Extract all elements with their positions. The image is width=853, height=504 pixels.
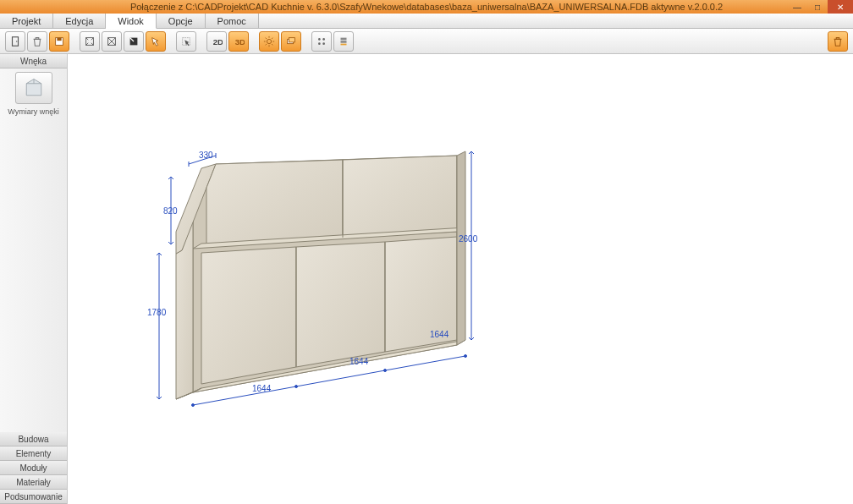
svg-line-19 — [266, 44, 267, 45]
tool-grid-icon[interactable] — [311, 31, 332, 52]
tool-door-icon[interactable] — [5, 31, 25, 52]
tool-group-4: 2D 3D — [206, 31, 249, 52]
svg-line-20 — [272, 37, 272, 38]
sidebar-header-podsumowanie[interactable]: Podsumowanie — [0, 490, 67, 504]
tool-layers-icon[interactable] — [281, 31, 301, 52]
tool-group-1 — [5, 31, 69, 52]
sidebar-header-materialy[interactable]: Materiały — [0, 475, 67, 490]
dim-bottom-mid: 1644 — [349, 357, 368, 366]
svg-point-1 — [16, 41, 17, 41]
window-controls: — □ ✕ — [787, 0, 853, 14]
tool-3d-icon[interactable]: 3D — [228, 31, 249, 52]
sidebar-header-elementy[interactable]: Elementy — [0, 446, 67, 461]
menubar: Projekt Edycja Widok Opcje Pomoc — [0, 14, 853, 29]
tool-group-2 — [80, 31, 166, 52]
svg-rect-0 — [13, 36, 19, 46]
svg-text:3D: 3D — [235, 36, 245, 46]
svg-marker-38 — [201, 247, 296, 384]
sidebar-bottom-panels: Budowa Elementy Moduły Materiały Podsumo… — [0, 432, 67, 504]
dim-bottom-left: 1644 — [252, 384, 271, 393]
svg-rect-22 — [289, 37, 294, 41]
svg-text:2D: 2D — [213, 36, 223, 46]
menu-projekt[interactable]: Projekt — [0, 14, 53, 28]
toolbar: 2D 3D — [0, 29, 853, 54]
canvas-3d-view[interactable]: 330 820 1780 2600 1644 1644 1644 — [68, 54, 853, 504]
tool-center-icon[interactable] — [102, 31, 122, 52]
svg-point-23 — [318, 38, 321, 41]
svg-point-26 — [322, 42, 325, 45]
tool-tile-wymiary[interactable] — [15, 72, 52, 104]
svg-rect-27 — [341, 37, 347, 40]
svg-rect-29 — [341, 43, 347, 45]
tool-delete-icon[interactable] — [828, 31, 848, 52]
tool-corner-icon[interactable] — [124, 31, 144, 52]
sidebar-header-budowa[interactable]: Budowa — [0, 432, 67, 446]
svg-line-18 — [272, 44, 272, 45]
close-button[interactable]: ✕ — [828, 0, 853, 14]
tool-stack-icon[interactable] — [333, 31, 354, 52]
sidebar-header-wneka[interactable]: Wnęka — [0, 54, 67, 68]
dim-bottom-right: 1644 — [430, 330, 449, 339]
svg-point-57 — [192, 404, 195, 407]
svg-point-60 — [465, 355, 467, 358]
svg-rect-3 — [57, 37, 61, 41]
titlebar: Połączenie z C:\CADProjekt\CAD Kuchnie v… — [0, 0, 853, 14]
svg-point-25 — [318, 42, 321, 45]
svg-marker-35 — [206, 160, 343, 246]
minimize-button[interactable]: — — [787, 0, 807, 14]
tile-label-wymiary: Wymiary wnęki — [8, 107, 58, 116]
tool-select-icon[interactable] — [176, 31, 196, 52]
menu-pomoc[interactable]: Pomoc — [206, 14, 259, 28]
tool-group-5 — [259, 31, 301, 52]
svg-point-59 — [384, 370, 387, 372]
sidebar: Wnęka Wymiary wnęki Budowa Elementy Modu… — [0, 54, 68, 504]
menu-opcje[interactable]: Opcje — [157, 14, 206, 28]
svg-marker-39 — [296, 242, 385, 367]
svg-marker-47 — [457, 151, 465, 345]
dim-top-depth: 330 — [199, 151, 213, 160]
tool-trash-icon[interactable] — [27, 31, 47, 52]
content-area: Wnęka Wymiary wnęki Budowa Elementy Modu… — [0, 54, 853, 504]
svg-rect-28 — [341, 41, 347, 43]
svg-point-58 — [295, 386, 298, 388]
tool-save-icon[interactable] — [49, 31, 69, 52]
sidebar-header-moduly[interactable]: Moduły — [0, 461, 67, 475]
svg-point-24 — [322, 38, 325, 41]
dim-left-lower: 1780 — [147, 308, 166, 317]
tool-fit-icon[interactable] — [80, 31, 100, 52]
tool-group-6 — [311, 31, 354, 52]
svg-line-55 — [296, 370, 385, 386]
menu-widok[interactable]: Widok — [106, 14, 157, 29]
svg-marker-36 — [343, 156, 457, 238]
dim-left-upper: 820 — [163, 206, 178, 216]
svg-point-12 — [267, 39, 271, 43]
dim-right-height: 2600 — [459, 234, 477, 244]
menu-edycja[interactable]: Edycja — [53, 14, 106, 28]
titlebar-text: Połączenie z C:\CADProjekt\CAD Kuchnie v… — [130, 2, 723, 12]
cabinet-drawing — [68, 54, 853, 504]
tool-2d-icon[interactable]: 2D — [206, 31, 227, 52]
sidebar-panel-body: Wymiary wnęki — [0, 68, 67, 432]
tool-group-3 — [176, 31, 196, 52]
svg-line-56 — [385, 356, 465, 370]
tool-arrow-icon[interactable] — [146, 31, 166, 52]
svg-line-17 — [266, 37, 267, 38]
maximize-button[interactable]: □ — [807, 0, 828, 14]
tool-sun-icon[interactable] — [259, 31, 279, 52]
